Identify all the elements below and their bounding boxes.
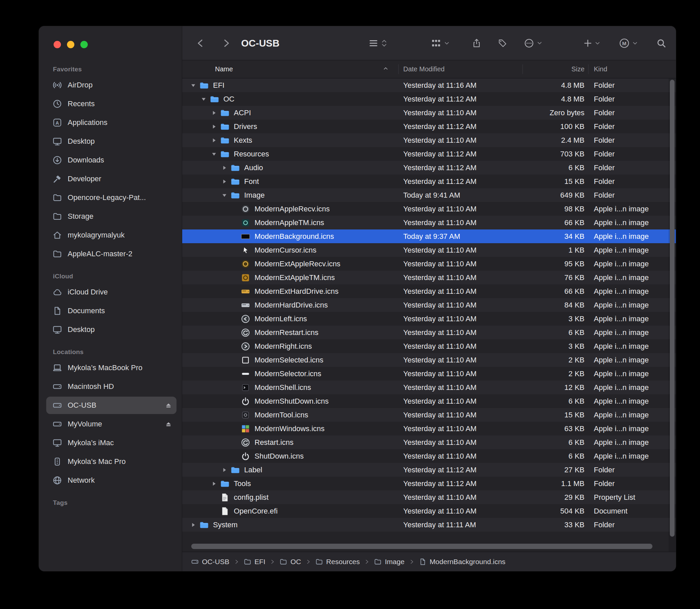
file-row-modernshutdown-icns[interactable]: ModernShutDown.icnsYesterday at 11:10 AM… <box>182 394 676 408</box>
eject-button[interactable] <box>164 401 173 410</box>
file-row-modernselected-icns[interactable]: ModernSelected.icnsYesterday at 11:10 AM… <box>182 353 676 367</box>
file-row-audio[interactable]: AudioYesterday at 11:12 AM6 KBFolder <box>182 161 676 175</box>
file-size: 66 KB <box>523 219 589 227</box>
more-actions-button[interactable] <box>524 38 543 48</box>
search-button[interactable] <box>657 38 666 48</box>
sidebar-item-downloads[interactable]: Downloads <box>46 152 176 169</box>
file-row-moderncursor-icns[interactable]: ModernCursor.icnsYesterday at 11:10 AM1 … <box>182 243 676 257</box>
file-row-oc[interactable]: OCYesterday at 11:12 AM4.8 MBFolder <box>182 92 676 106</box>
view-mode-button[interactable] <box>368 38 387 48</box>
file-row-config-plist[interactable]: config.plistYesterday at 11:10 AM29 KBPr… <box>182 490 676 504</box>
shell-icon <box>241 383 250 393</box>
file-row-modernwindows-icns[interactable]: ModernWindows.icnsYesterday at 11:10 AM6… <box>182 422 676 435</box>
column-header-date-modified[interactable]: Date Modified <box>399 60 523 78</box>
file-row-restart-icns[interactable]: Restart.icnsYesterday at 11:10 AM6 KBApp… <box>182 435 676 449</box>
file-row-opencore-efi[interactable]: OpenCore.efiYesterday at 11:10 AM504 KBD… <box>182 504 676 518</box>
disclosure-triangle[interactable] <box>209 149 219 159</box>
breadcrumb-item-resources[interactable]: Resources <box>315 558 360 566</box>
eject-button[interactable] <box>164 420 173 428</box>
breadcrumb-item-oc-usb[interactable]: OC-USB <box>191 558 229 566</box>
zoom-button[interactable] <box>81 41 88 48</box>
file-row-image[interactable]: ImageToday at 9:41 AM649 KBFolder <box>182 188 676 202</box>
close-button[interactable] <box>54 41 61 48</box>
sidebar-item-mykolagrymalyuk[interactable]: mykolagrymalyuk <box>46 226 176 244</box>
tag-button[interactable] <box>498 38 507 48</box>
sidebar-item-oc-usb[interactable]: OC-USB <box>46 397 176 414</box>
sidebar-item-icloud-drive[interactable]: iCloud Drive <box>46 283 176 301</box>
disclosure-triangle[interactable] <box>188 520 198 530</box>
sidebar-item-opencore-legacy-pat[interactable]: Opencore-Legacy-Pat... <box>46 189 176 206</box>
file-row-modernshell-icns[interactable]: ModernShell.icnsYesterday at 11:10 AM12 … <box>182 381 676 394</box>
file-row-resources[interactable]: ResourcesYesterday at 11:12 AM703 KBFold… <box>182 147 676 161</box>
disclosure-triangle[interactable] <box>209 479 219 489</box>
file-row-system[interactable]: SystemYesterday at 11:11 AM33 KBFolder <box>182 518 676 532</box>
file-row-moderntool-icns[interactable]: ModernTool.icnsYesterday at 11:10 AM15 K… <box>182 408 676 422</box>
file-row-efi[interactable]: EFIYesterday at 11:16 AM4.8 MBFolder <box>182 79 676 92</box>
file-row-modernextharddrive-icns[interactable]: ModernExtHardDrive.icnsYesterday at 11:1… <box>182 284 676 298</box>
file-row-modernleft-icns[interactable]: ModernLeft.icnsYesterday at 11:10 AM3 KB… <box>182 312 676 326</box>
sidebar-item-developer[interactable]: Developer <box>46 170 176 188</box>
sidebar-item-macintosh-hd[interactable]: Macintosh HD <box>46 378 176 395</box>
disclosure-triangle[interactable] <box>220 163 229 173</box>
disclosure-triangle[interactable] <box>220 176 229 187</box>
sidebar-item-mykola-s-mac-pro[interactable]: Mykola’s Mac Pro <box>46 453 176 470</box>
breadcrumb-item-modernbackground-icns[interactable]: ModernBackground.icns <box>419 558 505 566</box>
column-header-name-label: Name <box>215 65 233 73</box>
file-row-drivers[interactable]: DriversYesterday at 11:12 AM100 KBFolder <box>182 120 676 133</box>
sidebar-item-desktop[interactable]: Desktop <box>46 133 176 150</box>
file-row-modernrestart-icns[interactable]: ModernRestart.icnsYesterday at 11:10 AM6… <box>182 326 676 340</box>
file-row-kexts[interactable]: KextsYesterday at 11:10 AM2.4 MBFolder <box>182 133 676 147</box>
sidebar-item-desktop[interactable]: Desktop <box>46 321 176 338</box>
file-row-modernright-icns[interactable]: ModernRight.icnsYesterday at 11:10 AM3 K… <box>182 340 676 353</box>
file-size: 6 KB <box>523 438 589 447</box>
sidebar-item-recents[interactable]: Recents <box>46 95 176 112</box>
column-header-size[interactable]: Size <box>523 60 589 78</box>
breadcrumb-item-oc[interactable]: OC <box>279 558 301 566</box>
file-row-modernextappletm-icns[interactable]: ModernExtAppleTM.icnsYesterday at 11:10 … <box>182 271 676 284</box>
file-row-modernselector-icns[interactable]: ModernSelector.icnsYesterday at 11:10 AM… <box>182 367 676 381</box>
file-row-modernbackground-icns[interactable]: ModernBackground.icnsToday at 9:37 AM34 … <box>182 229 676 243</box>
group-by-button[interactable] <box>431 38 450 49</box>
sidebar-item-applications[interactable]: AApplications <box>46 114 176 131</box>
account-menu-button[interactable]: M <box>619 38 638 49</box>
breadcrumb-item-image[interactable]: Image <box>374 558 404 566</box>
sidebar-item-documents[interactable]: Documents <box>46 302 176 319</box>
file-row-modernappletm-icns[interactable]: ModernAppleTM.icnsYesterday at 11:10 AM6… <box>182 216 676 229</box>
file-row-tools[interactable]: ToolsYesterday at 11:12 AM1.1 MBFolder <box>182 477 676 490</box>
sidebar-item-applealc-master-2[interactable]: AppleALC-master-2 <box>46 245 176 263</box>
file-row-modernextapplerecv-icns[interactable]: ModernExtAppleRecv.icnsYesterday at 11:1… <box>182 257 676 271</box>
disclosure-triangle[interactable] <box>198 94 209 104</box>
back-button[interactable] <box>196 38 206 48</box>
sidebar-item-network[interactable]: Network <box>46 472 176 489</box>
disclosure-triangle[interactable] <box>220 190 229 200</box>
disclosure-triangle[interactable] <box>188 81 198 90</box>
file-row-modernharddrive-icns[interactable]: ModernHardDrive.icnsYesterday at 11:10 A… <box>182 298 676 312</box>
vertical-scroll-thumb[interactable] <box>670 80 675 537</box>
vertical-scrollbar[interactable] <box>668 79 676 552</box>
breadcrumb-item-efi[interactable]: EFI <box>244 558 266 566</box>
sidebar-item-storage[interactable]: Storage <box>46 208 176 225</box>
sidebar-item-mykola-s-imac[interactable]: Mykola’s iMac <box>46 434 176 452</box>
column-header-kind[interactable]: Kind <box>589 60 676 78</box>
file-row-acpi[interactable]: ACPIYesterday at 11:10 AMZero bytesFolde… <box>182 106 676 120</box>
sidebar-item-mykola-s-macbook-pro[interactable]: Mykola’s MacBook Pro <box>46 359 176 377</box>
disclosure-triangle[interactable] <box>209 135 219 145</box>
minimize-button[interactable] <box>67 41 74 48</box>
new-item-button[interactable] <box>583 39 600 48</box>
disclosure-triangle[interactable] <box>220 465 229 475</box>
sidebar-item-airdrop[interactable]: AirDrop <box>46 76 176 94</box>
file-date-modified: Yesterday at 11:10 AM <box>399 108 523 117</box>
disclosure-triangle[interactable] <box>209 122 219 132</box>
column-header-name[interactable]: Name <box>182 60 399 78</box>
file-row-label[interactable]: LabelYesterday at 11:12 AM27 KBFolder <box>182 463 676 477</box>
forward-button[interactable] <box>221 38 231 48</box>
sidebar-item-myvolume[interactable]: MyVolume <box>46 415 176 433</box>
share-button[interactable] <box>472 38 482 48</box>
horizontal-scroll-thumb[interactable] <box>191 544 652 549</box>
share-icon <box>472 38 482 48</box>
sidebar-item-label: Storage <box>68 212 173 221</box>
file-row-shutdown-icns[interactable]: ShutDown.icnsYesterday at 11:10 AM6 KBAp… <box>182 449 676 463</box>
file-row-modernapplerecv-icns[interactable]: ModernAppleRecv.icnsYesterday at 11:10 A… <box>182 202 676 216</box>
disclosure-triangle[interactable] <box>209 108 219 118</box>
file-row-font[interactable]: FontYesterday at 11:12 AM15 KBFolder <box>182 175 676 188</box>
